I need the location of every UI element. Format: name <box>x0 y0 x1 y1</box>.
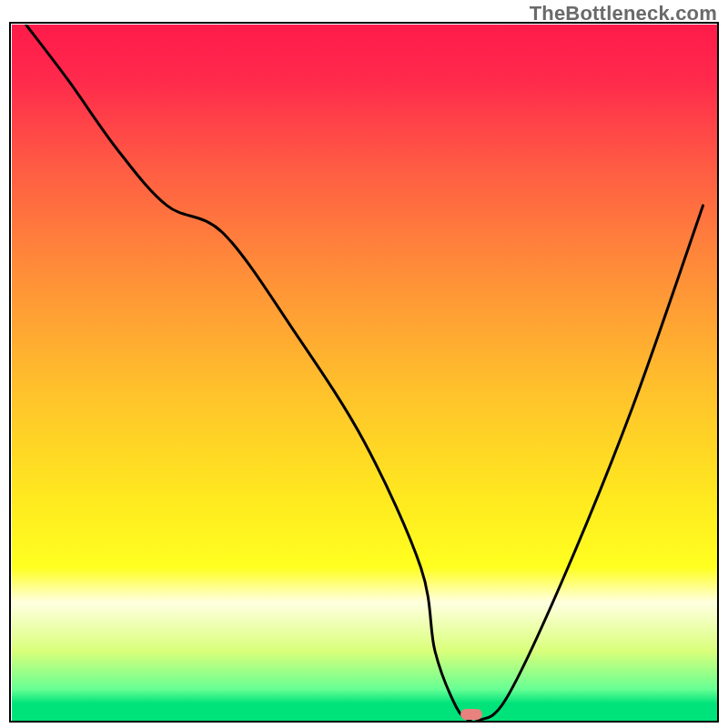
chart-frame <box>9 22 719 723</box>
chart-border <box>9 22 719 723</box>
